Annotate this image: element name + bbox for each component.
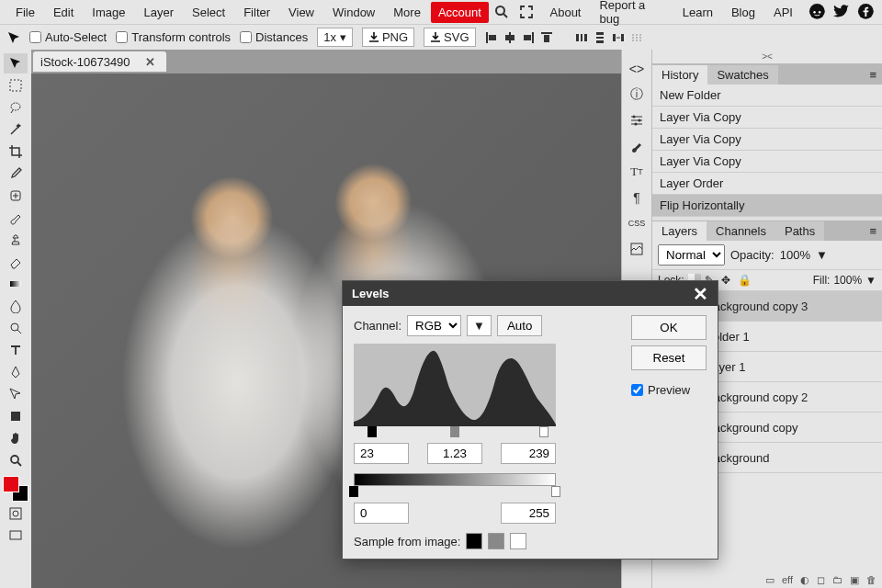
align-left-icon[interactable]: [485, 31, 498, 44]
eyedropper-tool[interactable]: [4, 164, 28, 184]
align-top-icon[interactable]: [540, 31, 553, 44]
panel-icon-character[interactable]: TT: [627, 162, 647, 182]
output-levels-slider[interactable]: [354, 488, 556, 497]
panel-icon-css[interactable]: CSS: [627, 213, 647, 233]
distribute-v-icon[interactable]: [594, 31, 606, 44]
path-select-tool[interactable]: [4, 384, 28, 404]
output-white-field[interactable]: [501, 503, 556, 524]
input-gamma-field[interactable]: [427, 443, 482, 464]
export-png-button[interactable]: PNG: [362, 28, 414, 47]
transform-controls-checkbox[interactable]: Transform controls: [116, 30, 231, 44]
sample-white-icon[interactable]: [510, 533, 526, 549]
input-black-field[interactable]: [354, 443, 409, 464]
magic-wand-tool[interactable]: [4, 119, 28, 140]
hand-tool[interactable]: [4, 428, 28, 448]
align-right-icon[interactable]: [522, 31, 535, 44]
foreground-color[interactable]: [3, 476, 19, 492]
crop-tool[interactable]: [4, 141, 28, 162]
search-icon[interactable]: [494, 4, 510, 20]
menu-blog[interactable]: Blog: [723, 2, 763, 23]
type-tool[interactable]: [4, 340, 28, 360]
slider-gamma-handle[interactable]: [450, 426, 459, 437]
distribute-more-icon[interactable]: [630, 31, 643, 44]
menu-learn[interactable]: Learn: [674, 2, 721, 23]
panel-icon-adjust[interactable]: [627, 110, 647, 130]
status-contrast-icon[interactable]: ◐: [800, 574, 809, 586]
menu-report-bug[interactable]: Report a bug: [591, 0, 672, 29]
status-folder-icon[interactable]: 🗀: [832, 574, 842, 585]
input-levels-slider[interactable]: [354, 428, 556, 437]
marquee-tool[interactable]: [4, 75, 28, 96]
sample-gray-icon[interactable]: [488, 533, 504, 549]
menu-layer[interactable]: Layer: [136, 2, 183, 23]
history-item[interactable]: Layer Via Copy: [652, 151, 882, 173]
menu-select[interactable]: Select: [184, 2, 233, 23]
export-scale-select[interactable]: 1x ▾: [317, 28, 353, 47]
dialog-titlebar[interactable]: Levels ✕: [343, 281, 718, 306]
shape-tool[interactable]: [4, 406, 28, 426]
history-item[interactable]: Layer Via Copy: [652, 107, 882, 129]
channel-select[interactable]: RGB: [407, 315, 461, 336]
menu-image[interactable]: Image: [84, 2, 133, 23]
auto-button[interactable]: Auto: [497, 315, 542, 336]
layers-panel-menu-icon[interactable]: ≡: [864, 224, 882, 238]
history-item[interactable]: Layer Via Copy: [652, 129, 882, 151]
menu-api[interactable]: API: [765, 2, 801, 23]
facebook-icon[interactable]: [857, 3, 875, 21]
reset-button[interactable]: Reset: [631, 345, 707, 370]
zoom-tool[interactable]: [4, 450, 28, 470]
brush-tool[interactable]: [4, 208, 28, 228]
status-new-icon[interactable]: ▣: [850, 574, 859, 586]
menu-edit[interactable]: Edit: [45, 2, 82, 23]
history-item[interactable]: Flip Horizontally: [652, 195, 882, 217]
tab-layers[interactable]: Layers: [652, 221, 707, 241]
fill-value[interactable]: 100%: [833, 274, 862, 287]
menu-window[interactable]: Window: [324, 2, 383, 23]
lasso-tool[interactable]: [4, 97, 28, 118]
channel-preset-dropdown[interactable]: ▼: [467, 315, 492, 336]
quickmask-icon[interactable]: [4, 503, 28, 524]
panel-icon-brush[interactable]: [627, 136, 647, 156]
distances-checkbox[interactable]: Distances: [240, 30, 308, 44]
status-mask-icon[interactable]: ◻: [817, 574, 825, 586]
auto-select-checkbox[interactable]: Auto-Select: [29, 30, 107, 44]
close-tab-icon[interactable]: ✕: [141, 55, 159, 69]
menu-account[interactable]: Account: [431, 2, 489, 23]
status-layers-icon[interactable]: ▭: [765, 574, 775, 586]
tab-channels[interactable]: Channels: [707, 221, 775, 241]
menu-about[interactable]: About: [542, 2, 590, 23]
distribute-spacing-icon[interactable]: [612, 31, 625, 44]
align-center-h-icon[interactable]: [503, 31, 516, 44]
gradient-tool[interactable]: [4, 274, 28, 294]
slider-black-handle[interactable]: [368, 426, 377, 437]
blur-tool[interactable]: [4, 296, 28, 316]
output-black-handle[interactable]: [349, 486, 358, 497]
export-svg-button[interactable]: SVG: [424, 28, 475, 47]
color-swatch[interactable]: [3, 476, 28, 502]
blend-mode-select[interactable]: Normal: [658, 244, 725, 266]
move-tool[interactable]: [4, 53, 28, 74]
menu-more[interactable]: More: [385, 2, 429, 23]
tab-history[interactable]: History: [652, 65, 707, 85]
panel-collapse-arrow[interactable]: ><: [652, 50, 882, 64]
history-item[interactable]: New Folder: [652, 85, 882, 107]
dodge-tool[interactable]: [4, 318, 28, 338]
opacity-value[interactable]: 100%: [780, 248, 810, 262]
history-item[interactable]: Layer Order: [652, 173, 882, 195]
panel-icon-paragraph[interactable]: ¶: [627, 187, 647, 208]
menu-filter[interactable]: Filter: [235, 2, 278, 23]
panel-icon-info[interactable]: ⓘ: [627, 85, 647, 105]
opacity-dropdown-icon[interactable]: ▼: [816, 248, 828, 262]
document-tab[interactable]: iStock-10673490 ✕: [33, 51, 166, 72]
ok-button[interactable]: OK: [631, 315, 707, 340]
healing-tool[interactable]: [4, 186, 28, 206]
twitter-icon[interactable]: [833, 3, 851, 21]
sample-black-icon[interactable]: [466, 533, 482, 549]
menu-view[interactable]: View: [280, 2, 322, 23]
clone-stamp-tool[interactable]: [4, 230, 28, 250]
preview-checkbox[interactable]: Preview: [631, 383, 707, 397]
pen-tool[interactable]: [4, 362, 28, 382]
output-black-field[interactable]: [354, 503, 409, 524]
tab-swatches[interactable]: Swatches: [707, 65, 777, 85]
close-dialog-icon[interactable]: ✕: [693, 288, 708, 300]
